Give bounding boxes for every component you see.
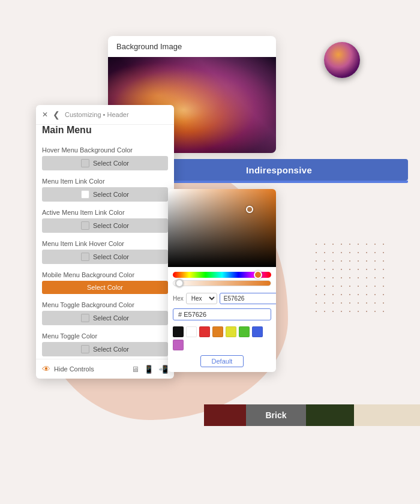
swatch-purple[interactable] [173, 340, 184, 350]
galaxy-sphere-thumbnail [324, 42, 360, 78]
hex-value-input[interactable] [220, 293, 276, 304]
back-button[interactable]: ❮ [53, 110, 60, 119]
brick-cream [354, 404, 420, 426]
hover-link-swatch [81, 253, 89, 261]
customizer-header: ✕ ❮ Customizing • Header [36, 105, 174, 125]
toggle-bg-select[interactable]: Select Color [42, 311, 168, 325]
hash-hex-input[interactable] [173, 308, 271, 320]
swatch-orange[interactable] [212, 326, 223, 337]
hover-bg-btn-label: Select Color [93, 160, 129, 167]
background-image-title: Background Image [108, 36, 276, 57]
link-color-label: Menu Item Link Color [42, 178, 168, 185]
swatch-black[interactable] [173, 326, 184, 337]
indiresponsive-label: Indiresponsive [246, 165, 312, 175]
toggle-bg-label: Menu Toggle Background Color [42, 301, 168, 308]
swatch-green[interactable] [239, 326, 250, 337]
brick-dark-green [306, 404, 354, 426]
hide-controls-bar: 👁 Hide Controls 🖥 📱 📲 [36, 359, 174, 379]
active-link-swatch [81, 221, 89, 230]
hex-format-dropdown[interactable]: Hex RGB HSL [186, 293, 217, 304]
swatch-white[interactable] [186, 326, 197, 337]
indiresponsive-bar: Indiresponsive [150, 159, 408, 181]
color-opacity-cursor[interactable] [175, 279, 184, 287]
hide-controls-icon: 👁 [42, 364, 50, 374]
dot-grid-decoration [312, 240, 384, 312]
active-link-btn-label: Select Color [93, 222, 129, 229]
hover-link-label: Menu Item Link Hover Color [42, 240, 168, 247]
toggle-bg-swatch [81, 314, 89, 322]
hover-bg-label: Hover Menu Background Color [42, 146, 168, 154]
color-row-toggle-bg: Menu Toggle Background Color Select Colo… [36, 296, 174, 328]
swatch-red[interactable] [199, 326, 210, 337]
breadcrumb: Customizing • Header [65, 111, 129, 118]
brick-label: Brick [246, 404, 306, 426]
hover-link-btn-label: Select Color [93, 253, 129, 260]
color-row-hover-bg: Hover Menu Background Color Select Color [36, 142, 174, 173]
hex-label: Hex [173, 295, 184, 302]
hover-bg-swatch [81, 159, 89, 167]
mobile-bg-label: Mobile Menu Background Color [42, 271, 168, 278]
color-row-active-link: Active Menu Item Link Color Select Color [36, 204, 174, 235]
color-spectrum[interactable] [168, 189, 276, 267]
link-color-btn-label: Select Color [93, 191, 129, 198]
customizer-panel: ✕ ❮ Customizing • Header Main Menu Hover… [36, 105, 174, 379]
hex-row: Hex Hex RGB HSL ⧉ [168, 290, 276, 307]
indiresponsive-underline [150, 181, 408, 183]
active-link-select[interactable]: Select Color [42, 218, 168, 233]
brick-dark-red [204, 404, 246, 426]
active-link-label: Active Menu Item Link Color [42, 209, 168, 216]
mobile-bg-select-color[interactable]: Select Color [42, 281, 168, 294]
toggle-color-btn-label: Select Color [93, 346, 129, 353]
color-row-link: Menu Item Link Color Select Color [36, 173, 174, 204]
link-color-swatch [81, 190, 89, 199]
color-hue-cursor[interactable] [254, 271, 262, 279]
color-picker-panel: Hex Hex RGB HSL ⧉ Default [168, 189, 276, 372]
close-button[interactable]: ✕ [42, 110, 48, 119]
hide-controls-text[interactable]: Hide Controls [54, 365, 128, 373]
color-row-hover-link: Menu Item Link Hover Color Select Color [36, 235, 174, 266]
brick-text: Brick [265, 410, 286, 420]
color-row-toggle-color: Menu Toggle Color Select Color [36, 328, 174, 359]
hover-link-select[interactable]: Select Color [42, 250, 168, 264]
desktop-icon[interactable]: 🖥 [131, 365, 139, 374]
toggle-color-label: Menu Toggle Color [42, 332, 168, 340]
default-button[interactable]: Default [200, 355, 244, 367]
swatch-blue[interactable] [252, 326, 263, 337]
toggle-bg-btn-label: Select Color [93, 314, 129, 322]
link-color-select[interactable]: Select Color [42, 187, 168, 202]
device-icons-group: 🖥 📱 📲 [131, 365, 168, 374]
mobile-bg-btn-label: Select Color [87, 284, 123, 291]
color-hue-bar[interactable] [173, 272, 271, 278]
color-opacity-bar[interactable] [173, 280, 271, 286]
swatch-yellow[interactable] [226, 326, 236, 337]
color-spectrum-cursor[interactable] [246, 206, 253, 213]
tablet-icon[interactable]: 📱 [144, 365, 154, 374]
color-swatches [168, 324, 276, 353]
hover-bg-select-color[interactable]: Select Color [42, 156, 168, 170]
mobile-icon[interactable]: 📲 [158, 365, 168, 374]
toggle-color-select[interactable]: Select Color [42, 342, 168, 356]
color-row-mobile-bg: Mobile Menu Background Color Select Colo… [36, 266, 174, 296]
toggle-color-swatch [81, 345, 89, 353]
panel-title: Main Menu [36, 125, 174, 142]
hash-row [168, 307, 276, 324]
default-button-row: Default [168, 353, 276, 372]
